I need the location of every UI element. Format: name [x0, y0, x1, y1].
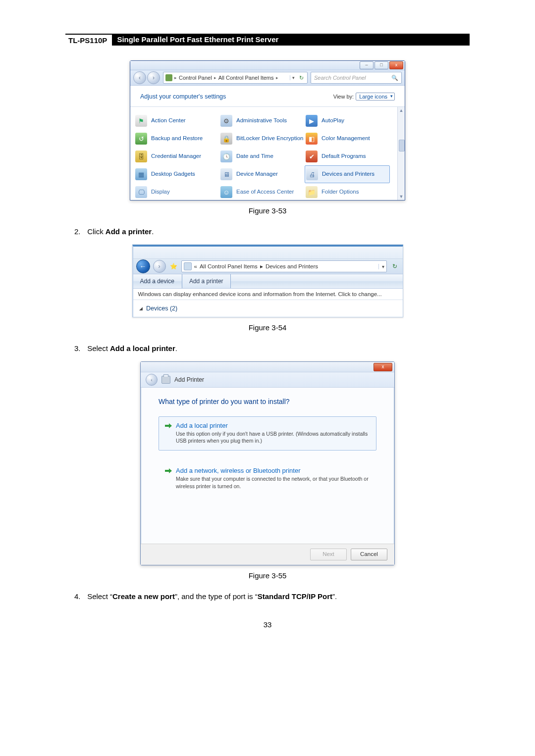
cp-item-label: Color Management [321, 135, 370, 142]
chevron-icon: ▸ [214, 75, 216, 80]
scroll-down-icon[interactable]: ▼ [398, 193, 405, 200]
printer-icon: 🖨 [306, 168, 318, 180]
step-number: 3. [74, 343, 85, 354]
cp-item-label: Administrative Tools [236, 117, 287, 124]
control-panel-icon [165, 74, 172, 81]
safe-icon: 🗄 [135, 151, 147, 162]
breadcrumb-all-items[interactable]: All Control Panel Items [218, 75, 274, 81]
breadcrumb-all-items[interactable]: All Control Panel Items [200, 263, 258, 269]
laquo-icon: « [194, 263, 197, 269]
refresh-icon[interactable]: ↻ [390, 263, 400, 270]
cp-item-action-center[interactable]: ⚑ Action Center [134, 112, 219, 130]
breadcrumb-devices-printers[interactable]: Devices and Printers [266, 263, 318, 269]
cp-item-display[interactable]: 🖵 Display [134, 183, 219, 200]
color-icon: ◧ [306, 133, 318, 145]
cp-item-label: Date and Time [236, 153, 273, 159]
devices-printers-window: ← › ⭐ « All Control Panel Items ▸ Device… [132, 245, 403, 317]
scroll-up-icon[interactable]: ▲ [398, 107, 405, 114]
cp-item-device-manager[interactable]: 🖥 Device Manager [219, 165, 305, 183]
close-button[interactable]: x [389, 61, 403, 69]
step-text: Click [87, 227, 106, 236]
scroll-track[interactable] [398, 114, 405, 193]
step-text: ”. [332, 592, 337, 601]
option-add-local-printer[interactable]: Add a local printer Use this option only… [159, 416, 376, 451]
address-bar[interactable]: « All Control Panel Items ▸ Devices and … [181, 260, 387, 272]
maximize-button[interactable]: □ [374, 61, 388, 69]
cp-item-credential-mgr[interactable]: 🗄 Credential Manager [134, 148, 219, 165]
cp-item-label: BitLocker Drive Encryption [236, 135, 304, 142]
address-row: ‹ › ▸ Control Panel ▸ All Control Panel … [130, 70, 405, 86]
control-panel-subheader: Adjust your computer's settings View by:… [130, 86, 405, 106]
search-icon[interactable]: 🔍 [391, 75, 398, 81]
location-icon [184, 262, 192, 270]
cp-item-desktop-gadgets[interactable]: ▦ Desktop Gadgets [134, 165, 219, 183]
close-button[interactable]: x [374, 363, 392, 371]
cp-item-label: AutoPlay [321, 117, 344, 124]
cp-item-date-time[interactable]: 🕓 Date and Time [219, 148, 305, 165]
address-dropdown-icon[interactable]: ▾ [290, 75, 296, 80]
nav-back-button[interactable]: ← [136, 259, 150, 273]
cp-item-devices-printers[interactable]: 🖨 Devices and Printers [305, 165, 390, 183]
next-button[interactable]: Next [310, 549, 347, 560]
step-4: 4. Select “Create a new port”, and the t… [65, 591, 470, 603]
wizard-body: What type of printer do you want to inst… [141, 388, 394, 544]
step-bold: Add a local printer [110, 344, 175, 353]
figure-caption: Figure 3-55 [65, 571, 470, 580]
cp-item-ease-of-access[interactable]: ☺ Ease of Access Center [219, 183, 305, 200]
toolbar: Add a device Add a printer [133, 274, 403, 289]
cp-item-admin-tools[interactable]: ⚙ Administrative Tools [219, 112, 305, 130]
devices-section-header[interactable]: ◢ Devices (2) [133, 300, 403, 317]
doc-title: Single Parallel Port Fast Ethernet Print… [112, 34, 470, 46]
step-text: Select [87, 344, 110, 353]
favorites-icon[interactable]: ⭐ [169, 263, 178, 270]
step-bold: Add a printer [106, 227, 152, 236]
nav-forward-button[interactable]: › [147, 71, 160, 84]
scroll-thumb[interactable] [399, 140, 405, 151]
breadcrumb-control-panel[interactable]: Control Panel [179, 75, 212, 81]
refresh-icon[interactable]: ↻ [297, 75, 305, 81]
cp-item-default-programs[interactable]: ✔ Default Programs [305, 148, 390, 165]
nav-back-button[interactable]: ‹ [146, 374, 158, 386]
cancel-button[interactable]: Cancel [351, 549, 387, 560]
address-dropdown-icon[interactable]: ▾ [378, 264, 384, 269]
cp-item-backup-restore[interactable]: ↺ Backup and Restore [134, 130, 219, 148]
printer-icon [161, 376, 170, 384]
programs-icon: ✔ [306, 151, 318, 162]
view-by-select[interactable]: Large icons [356, 93, 395, 101]
cp-item-color-mgmt[interactable]: ◧ Color Management [305, 130, 390, 148]
wizard-title: Add Printer [174, 376, 204, 383]
lock-icon: 🔒 [220, 133, 232, 145]
cp-item-folder-options[interactable]: 📁 Folder Options [305, 183, 390, 200]
vertical-scrollbar[interactable]: ▲ ▼ [397, 107, 405, 200]
search-placeholder: Search Control Panel [314, 75, 366, 81]
search-input[interactable]: Search Control Panel 🔍 [311, 72, 402, 84]
nav-back-button[interactable]: ‹ [133, 71, 146, 84]
window-titlebar[interactable]: – □ x [130, 61, 405, 70]
add-printer-wizard: x ‹ Add Printer What type of printer do … [140, 361, 395, 565]
cp-item-bitlocker[interactable]: 🔒 BitLocker Drive Encryption [219, 130, 305, 148]
figure-caption: Figure 3-54 [65, 323, 470, 332]
cp-item-label: Backup and Restore [151, 135, 203, 142]
control-panel-window: – □ x ‹ › ▸ Control Panel ▸ All Control … [130, 60, 405, 201]
add-device-button[interactable]: Add a device [133, 274, 182, 288]
step-2: 2. Click Add a printer. [65, 226, 470, 238]
nav-forward-button[interactable]: › [153, 260, 166, 273]
collapse-icon[interactable]: ◢ [139, 306, 143, 311]
cp-item-label: Default Programs [321, 153, 366, 159]
address-bar[interactable]: ▸ Control Panel ▸ All Control Panel Item… [163, 72, 308, 84]
flag-icon: ⚑ [135, 115, 147, 127]
chevron-icon: ▸ [260, 263, 263, 270]
cp-item-label: Action Center [151, 117, 186, 124]
cp-item-autoplay[interactable]: ▶ AutoPlay [305, 112, 390, 130]
autoplay-icon: ▶ [306, 115, 318, 127]
minimize-button[interactable]: – [360, 61, 374, 69]
page-number: 33 [65, 620, 470, 629]
window-titlebar[interactable]: x [141, 362, 394, 372]
clock-icon: 🕓 [220, 151, 232, 162]
folder-icon: 📁 [306, 186, 318, 198]
option-title: Add a local printer [176, 422, 228, 429]
cp-item-label: Device Manager [236, 171, 278, 177]
option-add-network-printer[interactable]: Add a network, wireless or Bluetooth pri… [159, 461, 376, 496]
add-printer-button[interactable]: Add a printer [182, 274, 231, 288]
info-bar[interactable]: Windows can display enhanced device icon… [133, 289, 403, 300]
